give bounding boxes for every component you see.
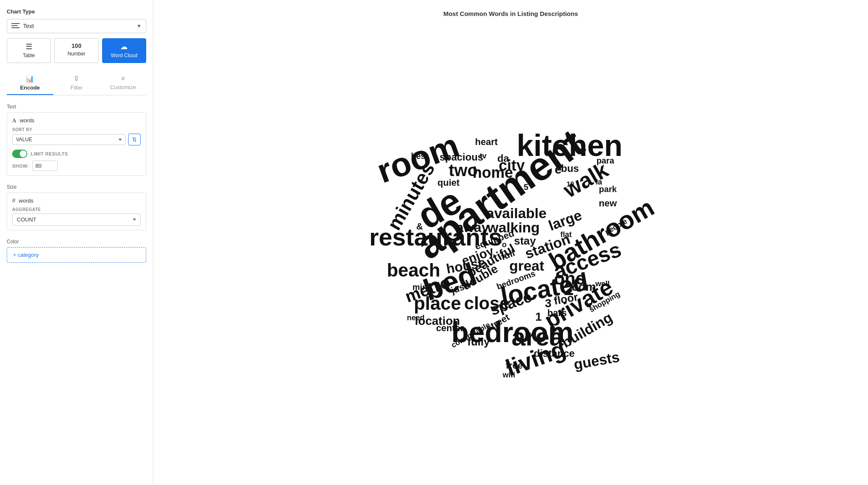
word-cloud-word: com [572,281,596,293]
sort-direction-button[interactable]: ⇅ [128,134,141,145]
word-cloud-word: quiet [437,178,460,187]
encode-tabs: 📊 Encode ⊽ Filter ≡ Customize [7,71,146,95]
aggregate-label: AGGREGATE [12,207,141,212]
word-cloud-word: tv [480,152,487,160]
encode-tab-label: Encode [20,84,40,91]
text-field-icon: 𝐀 [12,117,16,124]
sort-row: VALUE ALPHABETICAL ⇅ [12,134,141,145]
sort-select[interactable]: VALUE ALPHABETICAL [12,134,126,145]
dropdown-arrow-icon: ▼ [137,23,142,29]
number-chart-button[interactable]: 100 Number [54,38,98,63]
text-field-row: 𝐀 words [12,117,141,124]
word-cloud-icon: ☁ [120,43,128,50]
table-chart-label: Table [23,53,35,58]
word-cloud-container: apartmentkitchenroomdebathroomrestaurant… [153,17,868,485]
color-section: Color + category [7,239,146,263]
color-add-button[interactable]: + category [7,247,146,263]
word-cloud-word: 10 [567,181,574,188]
word-cloud-word: distance [534,348,575,358]
word-cloud-chart-label: Word Cloud [111,53,137,58]
text-encode-section: Text 𝐀 words SORT BY VALUE ALPHABETICAL … [7,104,146,176]
main-content: Most Common Words in Listing Description… [153,0,868,485]
color-add-label: + category [13,252,39,258]
size-field-icon: # [12,197,16,204]
show-input[interactable] [32,161,58,171]
word-cloud-word: 1 [535,311,542,323]
word-cloud-word: available [486,206,547,220]
selected-chart-label: Text [23,23,137,29]
customize-tab-label: Customize [110,84,136,90]
word-cloud-word: large [547,208,584,233]
word-cloud-word: well [595,280,610,287]
word-cloud-word: e [555,163,562,176]
aggregate-select[interactable]: COUNT SUM AVG MIN MAX [12,214,141,226]
text-encode-card: 𝐀 words SORT BY VALUE ALPHABETICAL ⇅ LIM… [7,112,146,176]
word-cloud-word: bars [547,308,567,318]
word-cloud-word: guests [573,350,621,372]
size-field-row: # words [12,197,141,204]
filter-tab-icon: ⊽ [74,75,79,83]
size-encode-card: # words AGGREGATE COUNT SUM AVG MIN MAX [7,192,146,230]
filter-tab-label: Filter [71,84,83,91]
word-cloud-word: spacious [439,152,483,162]
size-encode-section: Size # words AGGREGATE COUNT SUM AVG MIN… [7,184,146,230]
word-cloud-word: 4 [587,302,591,310]
show-label: SHOW: [12,163,29,169]
text-icon [11,23,20,29]
show-row: SHOW: [12,161,141,171]
word-cloud-word: great [509,258,544,273]
table-icon: ☰ [26,43,32,50]
sidebar: Chart Type Text ▼ ☰ Table 100 Number ☁ W… [0,0,153,485]
word-cloud-word: new [599,199,617,208]
word-cloud-word: park [599,185,617,193]
word-cloud-word: free [506,361,523,370]
word-cloud-word: et [456,224,462,231]
text-field-name: words [20,117,34,124]
word-cloud-chart-button[interactable]: ☁ Word Cloud [102,38,146,63]
customize-tab-icon: ≡ [121,75,125,82]
sort-by-label: SORT BY [12,127,141,132]
tab-customize[interactable]: ≡ Customize [100,71,146,95]
number-icon: 100 [71,43,81,49]
word-cloud-word: min [413,283,428,291]
chart-title: Most Common Words in Listing Description… [153,0,868,17]
word-cloud-word: bus [561,163,579,174]
word-cloud-word: 5 [523,183,528,191]
chart-type-buttons: ☰ Table 100 Number ☁ Word Cloud [7,38,146,63]
size-section-label: Size [7,184,146,190]
limit-results-label: LIMIT RESULTS [31,151,68,156]
word-cloud-word: & [416,222,423,231]
number-chart-label: Number [68,51,86,57]
color-section-label: Color [7,239,146,245]
word-cloud-word: da [497,153,509,163]
word-cloud-word: stay [514,235,536,246]
table-chart-button[interactable]: ☰ Table [7,38,51,63]
chart-type-dropdown[interactable]: Text ▼ [7,19,146,33]
limit-results-row: LIMIT RESULTS [12,150,141,158]
encode-tab-icon: 📊 [26,75,34,83]
word-cloud-word: o [502,241,507,248]
word-cloud-word: heart [475,137,498,147]
word-cloud-word: flat [560,231,572,238]
chart-type-section: Chart Type Text ▼ ☰ Table 100 Number ☁ W… [7,8,146,63]
text-section-label: Text [7,104,146,110]
word-cloud-word: para [597,156,614,165]
tab-encode[interactable]: 📊 Encode [7,71,53,95]
limit-results-toggle[interactable] [12,150,27,158]
word-cloud-word: beach [387,261,440,279]
chart-type-label: Chart Type [7,8,146,15]
word-cloud-word: wifi [502,371,515,379]
size-field-name: words [19,198,34,204]
word-cloud: apartmentkitchenroomdebathroomrestaurant… [364,108,658,394]
word-cloud-word: best [411,152,428,160]
word-cloud-word: center [436,324,464,333]
word-cloud-word: need [407,314,424,322]
tab-filter[interactable]: ⊽ Filter [53,71,100,95]
